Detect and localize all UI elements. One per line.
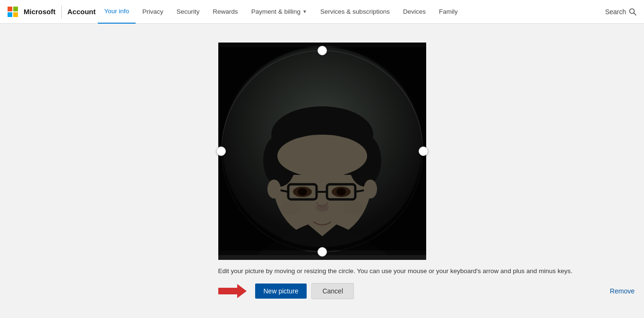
photo-canvas <box>218 43 426 260</box>
nav-item-your-info[interactable]: Your info <box>98 0 136 24</box>
crop-handle-top[interactable] <box>318 46 327 55</box>
microsoft-logo[interactable]: Microsoft <box>8 7 56 17</box>
image-editor[interactable] <box>218 43 426 260</box>
arrow-indicator <box>218 284 247 298</box>
svg-marker-37 <box>218 284 247 298</box>
microsoft-wordmark: Microsoft <box>24 8 56 16</box>
svg-point-25 <box>298 188 307 196</box>
content-wrapper: Edit your picture by moving or resizing … <box>9 43 635 299</box>
search-label: Search <box>605 8 626 16</box>
svg-point-26 <box>336 188 346 196</box>
account-brand-label: Account <box>68 8 96 16</box>
crop-handle-right[interactable] <box>419 146 428 156</box>
svg-point-29 <box>343 201 363 215</box>
actions-bar: New picture Cancel Remove <box>9 283 635 299</box>
svg-point-31 <box>364 180 377 198</box>
main-content: Edit your picture by moving or resizing … <box>0 24 644 318</box>
svg-point-27 <box>316 204 329 212</box>
nav-item-payment-billing[interactable]: Payment & billing ▼ <box>245 0 314 24</box>
ms-logo-squares <box>8 7 18 17</box>
svg-point-17 <box>277 135 367 177</box>
search-button[interactable]: Search <box>605 8 636 16</box>
actions-left: New picture Cancel <box>218 283 354 299</box>
image-editor-wrapper <box>218 43 426 260</box>
nav-item-family[interactable]: Family <box>432 0 464 24</box>
crop-handle-left[interactable] <box>216 146 226 156</box>
chevron-down-icon: ▼ <box>302 9 307 14</box>
crop-handle-bottom[interactable] <box>318 247 327 257</box>
instruction-text: Edit your picture by moving or resizing … <box>218 267 573 275</box>
search-icon <box>629 8 636 16</box>
nav-item-services-subscriptions[interactable]: Services & subscriptions <box>314 0 396 24</box>
nav-item-devices[interactable]: Devices <box>396 0 432 24</box>
nav-item-privacy[interactable]: Privacy <box>136 0 170 24</box>
svg-point-30 <box>267 180 281 198</box>
svg-line-1 <box>634 13 636 15</box>
header-divider <box>61 5 62 18</box>
remove-link[interactable]: Remove <box>610 287 635 295</box>
nav-item-rewards[interactable]: Rewards <box>206 0 244 24</box>
nav-item-security[interactable]: Security <box>170 0 206 24</box>
cancel-button[interactable]: Cancel <box>311 283 354 299</box>
svg-point-28 <box>281 201 302 215</box>
header: Microsoft Account Your info Privacy Secu… <box>0 0 644 24</box>
main-nav: Your info Privacy Security Rewards Payme… <box>98 0 605 24</box>
new-picture-button[interactable]: New picture <box>255 284 307 299</box>
